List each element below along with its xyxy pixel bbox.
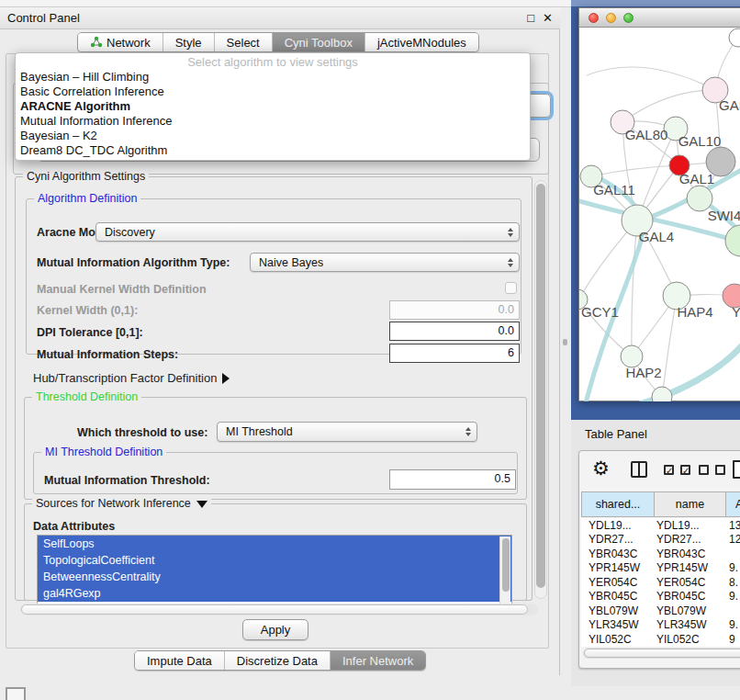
data-attribute-item[interactable]: TopologicalCoefficient — [38, 552, 511, 569]
tab-infer-network[interactable]: Infer Network — [330, 651, 425, 670]
expand-right-icon — [222, 373, 230, 384]
mi-threshold-group-title: MI Threshold Definition — [41, 446, 166, 458]
control-panel-title: Control Panel — [7, 11, 80, 25]
collapse-down-icon — [196, 501, 207, 508]
data-attribute-item[interactable]: BetweennessCentrality — [38, 569, 511, 585]
network-edge — [662, 296, 677, 397]
algorithm-definition-title: Algorithm Definition — [34, 192, 140, 205]
mi-algorithm-type-value: Naive Bayes — [259, 256, 323, 269]
tab-impute-data[interactable]: Impute Data — [135, 651, 224, 670]
which-threshold-select[interactable]: MI Threshold — [217, 422, 477, 442]
network-edge — [587, 67, 715, 90]
network-node-label: Y — [732, 304, 740, 320]
list-vertical-scrollbar[interactable] — [499, 536, 510, 604]
algorithm-popup-item[interactable]: Bayesian – Hill Climbing — [16, 70, 530, 85]
tab-jactivemnodules[interactable]: jActiveMNodules — [364, 33, 478, 51]
panel-splitter-handle[interactable] — [563, 339, 567, 345]
table-rows[interactable]: YDL19...YDL19...13YDR27...YDR27...12YBR0… — [581, 518, 740, 647]
aracne-mode-select[interactable]: Discovery — [95, 222, 520, 242]
table-panel-region: Table Panel ⚙ ✓ ✓ shared... name A YDL19… — [571, 420, 740, 686]
data-attribute-item[interactable]: SelfLoops — [38, 536, 511, 552]
tab-select[interactable]: Select — [214, 33, 272, 51]
table-row[interactable]: YDL19...YDL19...13 — [581, 518, 740, 533]
column-header-shared-name[interactable]: shared... — [581, 491, 655, 517]
table-cell: YBR045C — [581, 590, 655, 603]
table-cell: YDR27... — [581, 533, 655, 546]
threshold-definition-title: Threshold Definition — [32, 390, 141, 403]
checked-checkbox-icon[interactable]: ✓ — [664, 465, 674, 475]
tab-network[interactable]: Network — [78, 33, 163, 51]
zoom-traffic-light-icon[interactable] — [623, 13, 633, 23]
column-header-name[interactable]: name — [655, 491, 726, 517]
network-canvas-svg[interactable]: GALGAL80GAL10GAL1GAL11SWI4GAL4GCY1HAP4YH… — [579, 28, 740, 401]
stepper-arrows-icon — [508, 258, 513, 267]
network-window-titlebar[interactable] — [579, 8, 740, 28]
table-cell: YBR043C — [655, 548, 726, 560]
manual-kernel-label: Manual Kernel Width Definition — [37, 283, 207, 296]
unchecked-checkbox-icon[interactable] — [699, 465, 709, 475]
table-row[interactable]: YDR27...YDR27...12 — [581, 533, 740, 548]
mi-algorithm-type-select[interactable]: Naive Bayes — [250, 253, 520, 272]
table-row[interactable]: YBR045CYBR045C9. — [581, 590, 740, 604]
float-window-icon[interactable]: □ — [527, 12, 534, 24]
manual-kernel-checkbox[interactable] — [505, 282, 517, 294]
table-cell: 13 — [726, 519, 740, 532]
close-traffic-light-icon[interactable] — [589, 13, 599, 23]
table-row[interactable]: YBR043CYBR043C — [581, 547, 740, 561]
mi-threshold-label: Mutual Information Threshold: — [44, 474, 210, 487]
minimize-traffic-light-icon[interactable] — [606, 13, 616, 23]
which-threshold-value: MI Threshold — [226, 425, 293, 438]
kernel-width-input[interactable]: 0.0 — [389, 300, 520, 320]
algorithm-popup-item[interactable]: Mutual Information Inference — [16, 114, 530, 129]
tab-cyni-toolbox[interactable]: Cyni Toolbox — [272, 33, 364, 51]
tab-discretize-data[interactable]: Discretize Data — [224, 651, 330, 670]
network-node[interactable] — [725, 225, 740, 256]
unchecked-checkbox-icon[interactable] — [715, 465, 725, 475]
control-panel-window: Control Panel □ ✕ NetworkStyleSelectCyni… — [0, 7, 560, 675]
mi-threshold-input[interactable]: 0.5 — [389, 469, 516, 490]
algorithm-popup-item[interactable]: Dream8 DC_TDC Algorithm — [16, 143, 530, 158]
table-row[interactable]: YLR345WYLR345W9. — [581, 618, 740, 633]
dpi-tolerance-input[interactable]: 0.0 — [389, 322, 520, 341]
table-row[interactable]: YIL052CYIL052C9 — [581, 632, 740, 647]
apply-button[interactable]: Apply — [242, 619, 308, 640]
network-node-label: HAP4 — [677, 304, 712, 320]
tab-style[interactable]: Style — [163, 33, 214, 51]
column-header-third[interactable]: A — [726, 491, 740, 517]
table-cell: YBR045C — [655, 590, 726, 603]
table-panel-title: Table Panel — [585, 427, 647, 441]
close-window-icon[interactable]: ✕ — [543, 12, 553, 24]
network-node[interactable] — [729, 28, 740, 47]
table-row[interactable]: YBL079WYBL079W — [581, 604, 740, 618]
algorithm-popup-item[interactable]: Basic Correlation Inference — [16, 85, 530, 99]
network-node-label: GAL1 — [679, 171, 714, 186]
gear-icon[interactable]: ⚙ — [592, 457, 610, 480]
table-header-row: shared... name A — [581, 491, 740, 517]
data-attributes-list[interactable]: SelfLoopsTopologicalCoefficientBetweenne… — [37, 535, 512, 604]
table-cell: 12 — [726, 533, 740, 546]
table-cell: YDR27... — [655, 533, 726, 546]
table-row[interactable]: YPR145WYPR145W9. — [581, 561, 740, 576]
cyni-bottom-tabbar: Impute DataDiscretize DataInfer Network — [134, 650, 426, 671]
table-horizontal-scrollbar[interactable] — [583, 648, 740, 659]
hub-section-toggle[interactable]: Hub/Transcription Factor Definition — [33, 371, 230, 385]
hub-section-label: Hub/Transcription Factor Definition — [33, 371, 217, 385]
mi-steps-input[interactable]: 6 — [389, 344, 520, 363]
table-row[interactable]: YER054CYER054C8. — [581, 575, 740, 590]
collapsed-panel-icon[interactable] — [6, 687, 26, 700]
data-attribute-item[interactable]: gal4RGexp — [38, 585, 511, 602]
table-cell: YPR145W — [655, 561, 726, 574]
columns-icon[interactable] — [631, 461, 647, 478]
table-toolbar: ⚙ ✓ ✓ — [579, 451, 740, 490]
desktop-top-strip — [571, 0, 740, 6]
settings-vertical-scrollbar[interactable] — [534, 180, 547, 599]
algorithm-popup-item[interactable]: ARACNE Algorithm — [16, 99, 530, 114]
settings-horizontal-scrollbar[interactable] — [20, 604, 538, 615]
control-panel-tabbar: NetworkStyleSelectCyni ToolboxjActiveMNo… — [77, 32, 479, 52]
table-panel-card: ⚙ ✓ ✓ shared... name A YDL19...YDL19...1… — [578, 450, 740, 669]
stepper-arrows-icon — [508, 228, 513, 237]
document-icon[interactable] — [733, 460, 740, 479]
algorithm-popup-item[interactable]: Bayesian – K2 — [16, 129, 530, 143]
checked-checkbox-icon[interactable]: ✓ — [680, 465, 690, 475]
sources-group-title[interactable]: Sources for Network Inference — [32, 497, 211, 510]
